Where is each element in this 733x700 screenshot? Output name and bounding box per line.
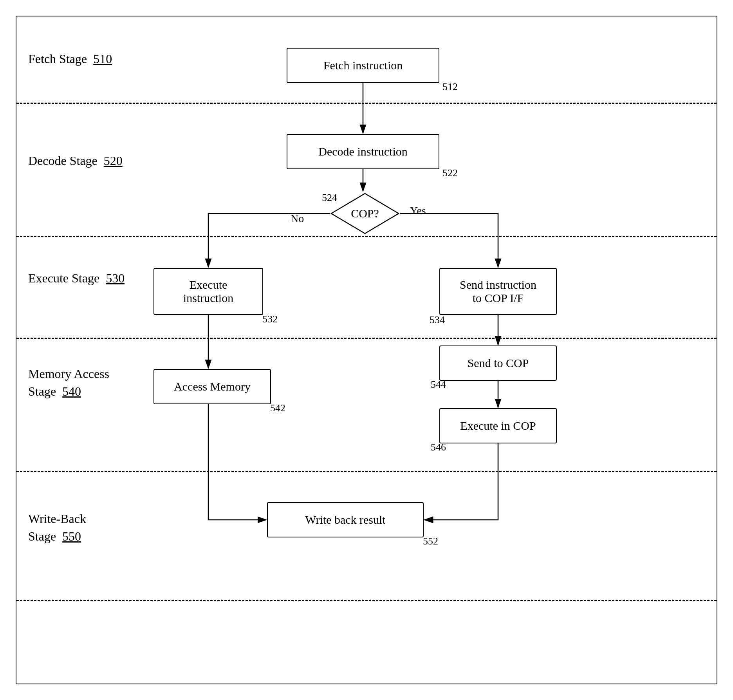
ref-542: 542	[270, 402, 285, 414]
stage-writeback: Write-Back Stage 550	[28, 510, 86, 545]
divider-5	[16, 600, 717, 601]
send-instruction-cop-label: Send instruction to COP I/F	[460, 278, 536, 305]
send-to-cop-label: Send to COP	[468, 356, 529, 370]
write-back-box: Write back result	[267, 502, 424, 537]
fetch-instruction-box: Fetch instruction	[287, 48, 439, 83]
send-to-cop-box: Send to COP	[439, 345, 557, 381]
ref-552: 552	[423, 535, 438, 547]
no-label: No	[291, 212, 304, 225]
stage-fetch-number: 510	[93, 52, 112, 66]
stage-execute-label: Execute Stage	[28, 271, 99, 285]
execute-in-cop-label: Execute in COP	[460, 419, 536, 432]
yes-label: Yes	[410, 204, 426, 217]
decode-instruction-box: Decode instruction	[287, 134, 439, 169]
stage-decode: Decode Stage 520	[28, 154, 123, 168]
cop-decision-diamond: COP?	[330, 192, 400, 235]
divider-4	[16, 471, 717, 472]
stage-fetch: Fetch Stage 510	[28, 52, 112, 66]
arrows-overlay	[16, 16, 717, 684]
access-memory-box: Access Memory	[153, 369, 271, 404]
stage-writeback-number: 550	[62, 529, 81, 543]
divider-1	[16, 103, 717, 104]
divider-3	[16, 338, 717, 339]
stage-execute-number: 530	[106, 271, 125, 285]
ref-534: 534	[430, 314, 445, 326]
stage-memory-label: Memory Access	[28, 365, 109, 383]
fetch-instruction-label: Fetch instruction	[323, 59, 403, 72]
ref-522: 522	[442, 167, 458, 179]
stage-writeback-label: Write-Back	[28, 510, 86, 528]
execute-instruction-box: Execute instruction	[153, 268, 263, 315]
send-instruction-cop-box: Send instruction to COP I/F	[439, 268, 557, 315]
decode-instruction-label: Decode instruction	[318, 145, 407, 158]
execute-instruction-label: Execute instruction	[183, 278, 233, 305]
stage-fetch-label: Fetch Stage	[28, 52, 87, 66]
ref-544: 544	[431, 379, 446, 391]
access-memory-label: Access Memory	[174, 380, 251, 393]
ref-524: 524	[322, 192, 337, 204]
stage-memory-number: 540	[62, 384, 81, 398]
ref-546: 546	[431, 441, 446, 453]
execute-in-cop-box: Execute in COP	[439, 408, 557, 443]
stage-memory: Memory Access Stage 540	[28, 365, 109, 400]
write-back-label: Write back result	[305, 513, 385, 526]
divider-2	[16, 236, 717, 237]
cop-diamond-label: COP?	[351, 207, 379, 220]
ref-532: 532	[262, 313, 278, 325]
diagram-container: Fetch Stage 510 Decode Stage 520 Execute…	[16, 16, 717, 684]
stage-decode-number: 520	[104, 154, 123, 168]
ref-512: 512	[442, 81, 458, 93]
stage-execute: Execute Stage 530	[28, 271, 125, 286]
stage-decode-label: Decode Stage	[28, 154, 97, 168]
